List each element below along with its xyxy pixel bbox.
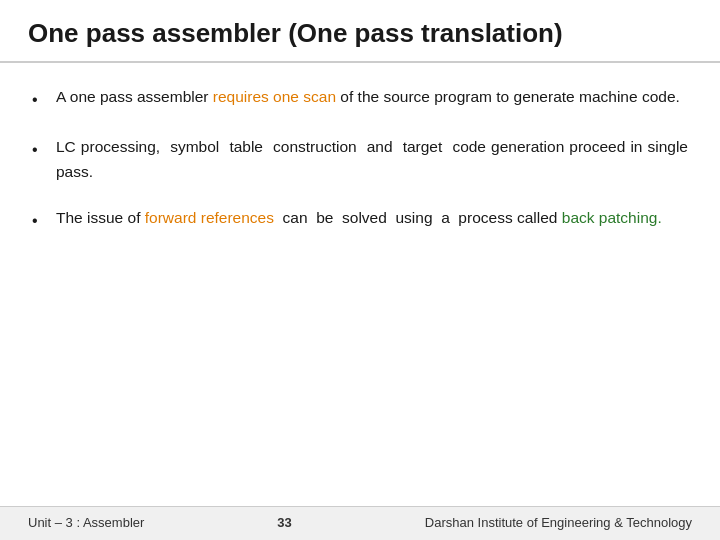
bullet-text-2: LC processing, symbol table construction… [56, 135, 688, 185]
slide-content: • A one pass assembler requires one scan… [0, 63, 720, 506]
highlight-back-patching: back patching. [562, 209, 662, 226]
footer-page-number: 33 [277, 515, 291, 530]
bullet-item-2: • LC processing, symbol table constructi… [32, 135, 688, 185]
bullet-list: • A one pass assembler requires one scan… [32, 85, 688, 234]
bullet-dot-3: • [32, 208, 50, 234]
highlight-forward-references: forward references [145, 209, 274, 226]
slide-container: One pass assembler (One pass translation… [0, 0, 720, 540]
slide-footer: Unit – 3 : Assembler 33 Darshan Institut… [0, 506, 720, 540]
bullet-text-1: A one pass assembler requires one scan o… [56, 85, 688, 110]
footer-unit-label: Unit – 3 : Assembler [28, 515, 144, 530]
footer-institute-name: Darshan Institute of Engineering & Techn… [425, 515, 692, 530]
bullet-item-3: • The issue of forward references can be… [32, 206, 688, 234]
highlight-requires-one-scan: requires one scan [213, 88, 336, 105]
slide-title: One pass assembler (One pass translation… [28, 18, 692, 49]
bullet-dot-1: • [32, 87, 50, 113]
slide-header: One pass assembler (One pass translation… [0, 0, 720, 63]
bullet-dot-2: • [32, 137, 50, 163]
bullet-text-3: The issue of forward references can be s… [56, 206, 688, 231]
bullet-item-1: • A one pass assembler requires one scan… [32, 85, 688, 113]
